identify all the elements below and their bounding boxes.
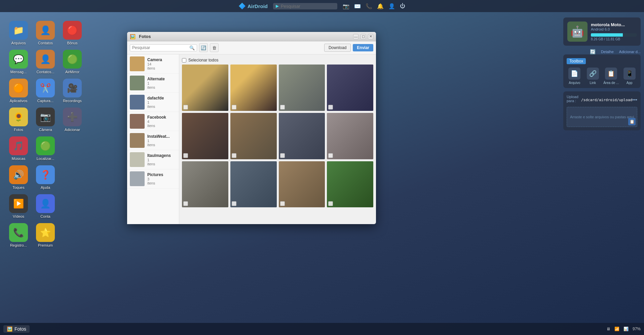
desktop-icon-contatos2[interactable]: 👤 Contatos... xyxy=(34,50,57,74)
desktop-icon-camera[interactable]: 📷 Câmera xyxy=(34,108,57,132)
photos-search-input[interactable] xyxy=(132,45,188,50)
tray-battery: 97% xyxy=(633,327,641,331)
photo-check-6[interactable] xyxy=(280,153,285,158)
photo-cell-1[interactable] xyxy=(230,65,277,111)
album-name-6: Pictures xyxy=(147,172,163,177)
toolbox-label-3: App xyxy=(627,81,633,85)
window-close-button[interactable]: ✕ xyxy=(368,34,373,39)
drop-area[interactable]: Arraste e solte arquivos ou pastas aqui … xyxy=(567,107,637,127)
photo-cell-5[interactable] xyxy=(230,113,277,159)
desktop-icon-ajuda[interactable]: ❓ Ajuda xyxy=(34,165,57,190)
photos-body: Camera 14itens Alternate 1itens dafacfde… xyxy=(127,54,376,224)
search-icon: 🔍 xyxy=(189,45,195,50)
select-all-checkbox[interactable] xyxy=(182,58,186,62)
photo-check-1[interactable] xyxy=(232,105,236,110)
album-count-6: 3itens xyxy=(147,177,163,185)
icon-label-premium: Premium xyxy=(38,243,53,248)
album-item-3[interactable]: Facebook 4itens xyxy=(127,112,179,131)
photo-check-10[interactable] xyxy=(280,201,285,206)
desktop-icon-adicionar[interactable]: ➕ Adicionar xyxy=(61,108,84,132)
phone-icon[interactable]: 📞 xyxy=(366,3,372,9)
camera-icon[interactable]: 📷 xyxy=(343,3,349,9)
photo-cell-8[interactable] xyxy=(182,161,228,208)
desktop-icon-mensagens[interactable]: 💬 Mensag... xyxy=(7,50,30,74)
window-minimize-button[interactable]: — xyxy=(353,34,358,39)
download-button[interactable]: Download xyxy=(324,44,351,52)
album-item-0[interactable]: Camera 14itens xyxy=(127,54,179,74)
photos-grid-wrap: Selecionar todos xyxy=(179,54,376,224)
desktop-icon-airmirror[interactable]: 🟢 AirMirror xyxy=(61,50,84,74)
desktop-icon-fotos[interactable]: 🌻 Fotos xyxy=(7,108,30,132)
photos-search-box[interactable]: 🔍 xyxy=(130,44,197,51)
photo-cell-9[interactable] xyxy=(230,161,277,208)
photo-cell-4[interactable] xyxy=(182,113,228,159)
album-info-2: dafacfde 1itens xyxy=(147,96,164,109)
album-item-1[interactable]: Alternate 1itens xyxy=(127,74,179,93)
album-item-2[interactable]: dafacfde 1itens xyxy=(127,93,179,112)
delete-button[interactable]: 🗑 xyxy=(210,43,219,52)
upload-more-icon[interactable]: ••• xyxy=(632,97,637,102)
photo-cell-11[interactable] xyxy=(327,161,373,208)
icon-emoji-bonus: 🔴 xyxy=(67,25,78,36)
desktop-icon-musicas[interactable]: 🎵 Músicas xyxy=(7,136,30,161)
toolbox-item-0[interactable]: 📄 Arquivo xyxy=(567,68,582,85)
mail-icon[interactable]: ✉️ xyxy=(354,3,361,9)
power-icon[interactable]: ⏻ xyxy=(400,3,405,9)
desktop-icon-captura[interactable]: ✂️ Captura... xyxy=(34,79,57,103)
photo-check-5[interactable] xyxy=(232,153,236,158)
refresh-button[interactable]: 🔄 xyxy=(199,43,208,52)
album-item-4[interactable]: InstaWeat... 1itens xyxy=(127,131,179,150)
desktop-icon-localizar[interactable]: 🟢 Localizar... xyxy=(34,136,57,161)
desktop-icon-arquivos[interactable]: 📁 Arquivos xyxy=(7,21,30,45)
toolbox-item-2[interactable]: 📋 Área de ... xyxy=(603,68,619,85)
icon-emoji-contatos2: 👤 xyxy=(40,54,51,65)
desktop-icon-aplicativos[interactable]: 🟠 Aplicativos xyxy=(7,79,30,103)
desktop-icon-registro[interactable]: 📞 Registro... xyxy=(7,223,30,248)
send-button[interactable]: Enviar xyxy=(353,44,373,51)
photo-cell-2[interactable] xyxy=(279,65,325,111)
photo-check-2[interactable] xyxy=(280,105,285,110)
photo-check-8[interactable] xyxy=(183,201,188,206)
photo-cell-3[interactable] xyxy=(327,65,373,111)
album-thumb-2 xyxy=(130,95,145,110)
toolbox-item-3[interactable]: 📱 App xyxy=(622,68,638,85)
photo-check-4[interactable] xyxy=(183,153,188,158)
photo-check-9[interactable] xyxy=(232,201,236,206)
paste-icon[interactable]: 📋 xyxy=(628,118,636,125)
topbar-search-wrap[interactable]: ▶ xyxy=(273,3,337,9)
album-info-3: Facebook 4itens xyxy=(147,115,166,128)
topbar-search-input[interactable] xyxy=(281,4,335,9)
desktop-icon-premium[interactable]: ⭐ Premium xyxy=(34,223,57,248)
photo-cell-10[interactable] xyxy=(279,161,325,208)
album-count-4: 1itens xyxy=(147,139,169,147)
window-restore-button[interactable]: ◻ xyxy=(361,34,366,39)
device-actions: 🔄 Detalhe Adicionar d... xyxy=(563,49,641,54)
bell-icon[interactable]: 🔔 xyxy=(377,3,384,9)
photos-titlebar: 🖼️ Fotos — ◻ ✕ xyxy=(127,32,376,41)
photo-check-11[interactable] xyxy=(328,201,333,206)
device-refresh-icon[interactable]: 🔄 xyxy=(590,49,596,54)
photo-cell-0[interactable] xyxy=(182,65,228,111)
photo-check-7[interactable] xyxy=(328,153,333,158)
user-icon[interactable]: 👤 xyxy=(388,3,395,9)
photo-check-3[interactable] xyxy=(328,105,333,110)
album-item-5[interactable]: ItauImagens 1itens xyxy=(127,150,179,169)
desktop-icon-contatos[interactable]: 👤 Contatos xyxy=(34,21,57,45)
toolbox-icon-3: 📱 xyxy=(623,68,636,80)
photo-cell-7[interactable] xyxy=(327,113,373,159)
album-item-6[interactable]: Pictures 3itens xyxy=(127,169,179,189)
desktop-icon-conta[interactable]: 👤 Conta xyxy=(34,194,57,219)
album-info-1: Alternate 1itens xyxy=(147,77,165,89)
taskbar-fotos-item[interactable]: 🖼️ Fotos xyxy=(3,325,30,333)
photo-check-0[interactable] xyxy=(183,105,188,110)
device-add-button[interactable]: Adicionar d... xyxy=(619,49,641,54)
desktop-icon-videos[interactable]: ▶️ Vídeos xyxy=(7,194,30,219)
icon-box-registro: 📞 xyxy=(9,223,28,242)
photo-cell-6[interactable] xyxy=(279,113,325,159)
toolbox-item-1[interactable]: 🔗 Link xyxy=(585,68,601,85)
device-detail-button[interactable]: Detalhe xyxy=(601,49,614,54)
desktop-icon-toques[interactable]: 🔊 Toques xyxy=(7,165,30,190)
desktop-icon-recordings[interactable]: 🎥 Recordings xyxy=(61,79,84,103)
icon-label-airmirror: AirMirror xyxy=(65,70,79,74)
desktop-icon-bonus[interactable]: 🔴 Bônus xyxy=(61,21,84,45)
